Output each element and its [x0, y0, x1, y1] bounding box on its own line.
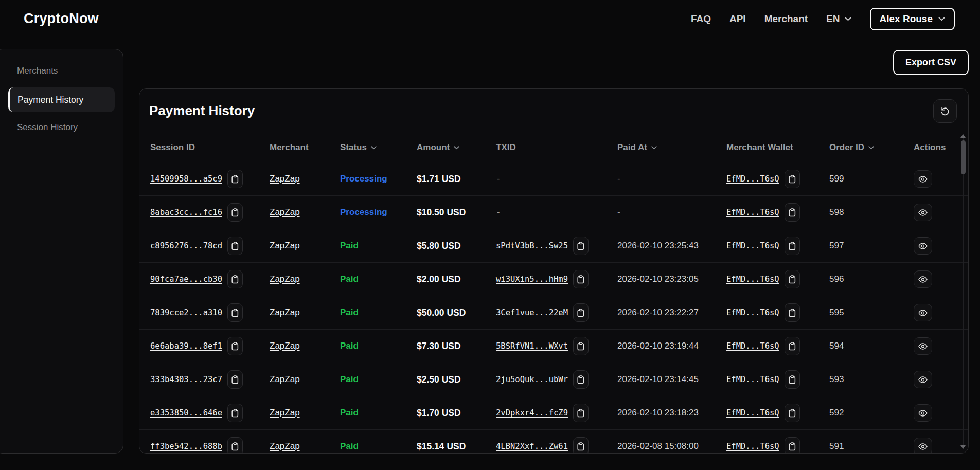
column-header-txid[interactable]: TXID: [496, 142, 617, 153]
view-payment-button[interactable]: [914, 438, 932, 454]
language-selector[interactable]: EN: [826, 13, 851, 25]
txid-link[interactable]: -: [496, 174, 501, 184]
merchant-link[interactable]: ZapZap: [270, 308, 300, 318]
wallet-link[interactable]: EfMD...T6sQ: [726, 375, 779, 384]
copy-session-id-button[interactable]: [227, 170, 243, 188]
column-header-paid-at[interactable]: Paid At: [617, 142, 726, 153]
txid-link[interactable]: wi3UXin5...hHm9: [496, 275, 568, 284]
view-payment-button[interactable]: [914, 404, 932, 422]
wallet-link[interactable]: EfMD...T6sQ: [726, 308, 779, 317]
column-header-merchant[interactable]: Merchant: [270, 142, 340, 153]
sidebar-item-session-history[interactable]: Session History: [8, 121, 115, 134]
copy-wallet-button[interactable]: [785, 270, 800, 288]
copy-session-id-button[interactable]: [227, 437, 243, 454]
copy-txid-button[interactable]: [573, 237, 589, 255]
copy-txid-button[interactable]: [573, 337, 589, 355]
txid-link[interactable]: sPdtV3bB...Sw25: [496, 241, 568, 250]
merchant-link[interactable]: ZapZap: [270, 408, 300, 418]
table-row: ff3be542...688b ZapZap Paid $15.14 USD 4…: [139, 430, 968, 454]
scrollbar-thumb[interactable]: [961, 140, 966, 174]
scroll-up-arrow-icon[interactable]: [960, 134, 966, 138]
wallet-link[interactable]: EfMD...T6sQ: [726, 174, 779, 184]
copy-txid-button[interactable]: [573, 370, 589, 389]
copy-wallet-button[interactable]: [785, 237, 800, 255]
wallet-link[interactable]: EfMD...T6sQ: [726, 408, 779, 418]
wallet-link[interactable]: EfMD...T6sQ: [726, 241, 779, 250]
session-id-link[interactable]: c8956276...78cd: [150, 241, 222, 250]
copy-session-id-button[interactable]: [227, 370, 243, 389]
copy-wallet-button[interactable]: [785, 437, 800, 454]
sidebar-item-merchants[interactable]: Merchants: [8, 65, 115, 77]
copy-txid-button[interactable]: [573, 303, 589, 322]
column-header-status[interactable]: Status: [340, 142, 417, 153]
copy-session-id-button[interactable]: [227, 303, 243, 322]
copy-wallet-button[interactable]: [785, 303, 800, 322]
session-id-link[interactable]: 8abac3cc...fc16: [150, 208, 222, 217]
column-header-session-id[interactable]: Session ID: [150, 142, 270, 153]
copy-txid-button[interactable]: [573, 437, 589, 454]
copy-session-id-button[interactable]: [227, 404, 243, 422]
session-id-link[interactable]: 14509958...a5c9: [150, 174, 222, 184]
copy-txid-button[interactable]: [573, 270, 589, 288]
merchant-link[interactable]: ZapZap: [270, 441, 300, 451]
txid-link[interactable]: 3Cef1vue...22eM: [496, 308, 568, 317]
merchant-link[interactable]: ZapZap: [270, 274, 300, 284]
nav-link-faq[interactable]: FAQ: [691, 13, 711, 25]
session-id-link[interactable]: 7839cce2...a310: [150, 308, 222, 317]
merchant-link[interactable]: ZapZap: [270, 374, 300, 385]
scroll-down-arrow-icon[interactable]: [960, 445, 966, 449]
merchant-link[interactable]: ZapZap: [270, 174, 300, 184]
refresh-button[interactable]: [933, 99, 957, 123]
wallet-link[interactable]: EfMD...T6sQ: [726, 208, 779, 217]
copy-session-id-button[interactable]: [227, 270, 243, 288]
wallet-link[interactable]: EfMD...T6sQ: [726, 341, 779, 351]
view-payment-button[interactable]: [914, 204, 932, 221]
eye-icon: [918, 343, 928, 350]
user-menu-button[interactable]: Alex Rouse: [870, 8, 955, 30]
session-id-link[interactable]: ff3be542...688b: [150, 442, 222, 451]
txid-link[interactable]: 5BSRfVN1...WXvt: [496, 341, 568, 351]
column-header-merchant-wallet[interactable]: Merchant Wallet: [726, 142, 829, 153]
view-payment-button[interactable]: [914, 304, 932, 321]
export-csv-button[interactable]: Export CSV: [893, 50, 969, 75]
copy-session-id-button[interactable]: [227, 337, 243, 355]
view-payment-button[interactable]: [914, 170, 932, 188]
copy-wallet-button[interactable]: [785, 203, 800, 222]
column-header-order-id[interactable]: Order ID: [829, 142, 914, 153]
view-payment-button[interactable]: [914, 371, 932, 388]
copy-wallet-button[interactable]: [785, 404, 800, 422]
wallet-link[interactable]: EfMD...T6sQ: [726, 275, 779, 284]
copy-wallet-button[interactable]: [785, 370, 800, 389]
column-header-actions[interactable]: Actions: [914, 142, 960, 153]
view-payment-button[interactable]: [914, 270, 932, 288]
table-scrollbar[interactable]: [960, 134, 966, 449]
session-id-link[interactable]: e3353850...646e: [150, 408, 222, 418]
session-id-link[interactable]: 6e6aba39...8ef1: [150, 341, 222, 351]
column-header-amount[interactable]: Amount: [417, 142, 496, 153]
view-payment-button[interactable]: [914, 337, 932, 355]
txid-link[interactable]: -: [496, 208, 501, 217]
session-id-link[interactable]: 333b4303...23c7: [150, 375, 222, 384]
wallet-link[interactable]: EfMD...T6sQ: [726, 442, 779, 451]
sidebar-item-payment-history[interactable]: Payment History: [8, 87, 115, 112]
view-payment-button[interactable]: [914, 237, 932, 255]
txid-cell: 5BSRfVN1...WXvt: [496, 337, 617, 355]
merchant-link[interactable]: ZapZap: [270, 207, 300, 218]
copy-txid-button[interactable]: [573, 404, 589, 422]
brand-logo[interactable]: CryptoNow: [24, 11, 99, 27]
copy-wallet-button[interactable]: [785, 337, 800, 355]
clipboard-icon: [789, 175, 796, 184]
txid-link[interactable]: 2vDpkxr4...fcZ9: [496, 408, 568, 418]
txid-cell: sPdtV3bB...Sw25: [496, 237, 617, 255]
copy-session-id-button[interactable]: [227, 237, 243, 255]
copy-session-id-button[interactable]: [227, 203, 243, 222]
merchant-link[interactable]: ZapZap: [270, 241, 300, 251]
txid-link[interactable]: 4LBN2Xxf...Zw61: [496, 442, 568, 451]
nav-link-api[interactable]: API: [729, 13, 746, 25]
nav-link-merchant[interactable]: Merchant: [764, 13, 808, 25]
session-id-link[interactable]: 90fca7ae...cb30: [150, 275, 222, 284]
copy-wallet-button[interactable]: [785, 170, 800, 188]
txid-link[interactable]: 2ju5oQuk...ubWr: [496, 375, 568, 384]
order-id-value: 594: [829, 341, 844, 351]
merchant-link[interactable]: ZapZap: [270, 341, 300, 351]
